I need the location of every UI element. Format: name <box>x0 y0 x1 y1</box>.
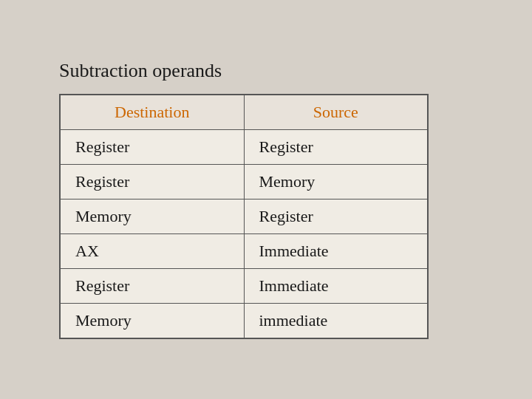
table-row: MemoryRegister <box>60 200 428 234</box>
table-header-row: Destination Source <box>60 95 428 130</box>
cell-3-0: AX <box>60 234 244 269</box>
table-row: RegisterImmediate <box>60 269 428 304</box>
operands-table: Destination Source RegisterRegisterRegis… <box>59 94 429 339</box>
cell-2-1: Register <box>244 200 428 234</box>
cell-0-1: Register <box>244 130 428 165</box>
cell-1-1: Memory <box>244 165 428 200</box>
table-row: Memoryimmediate <box>60 304 428 339</box>
cell-4-1: Immediate <box>244 269 428 304</box>
header-destination: Destination <box>60 95 244 130</box>
table-row: RegisterRegister <box>60 130 428 165</box>
cell-0-0: Register <box>60 130 244 165</box>
header-source: Source <box>244 95 428 130</box>
cell-3-1: Immediate <box>244 234 428 269</box>
cell-5-1: immediate <box>244 304 428 339</box>
cell-4-0: Register <box>60 269 244 304</box>
table-row: RegisterMemory <box>60 165 428 200</box>
cell-1-0: Register <box>60 165 244 200</box>
table-row: AXImmediate <box>60 234 428 269</box>
page-container: Subtraction operands Destination Source … <box>37 45 495 354</box>
cell-2-0: Memory <box>60 200 244 234</box>
page-title: Subtraction operands <box>59 60 473 82</box>
cell-5-0: Memory <box>60 304 244 339</box>
